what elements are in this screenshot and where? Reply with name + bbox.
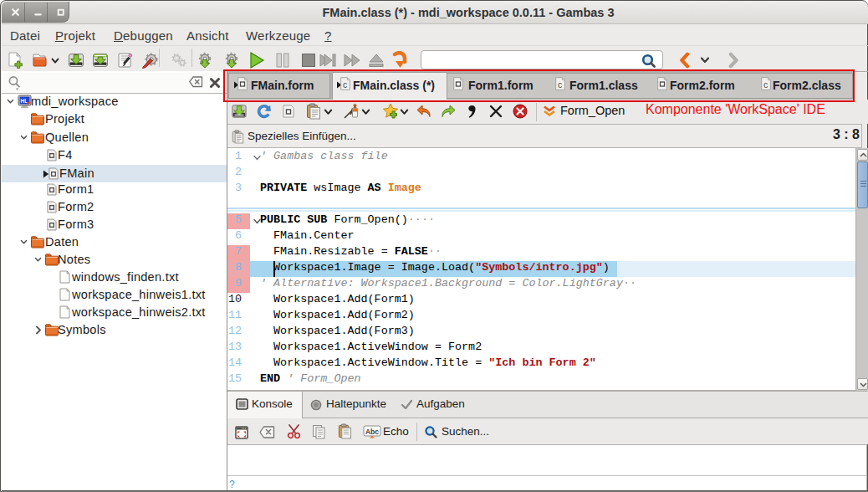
svg-text:Abc: Abc — [365, 428, 379, 436]
svg-text:HL: HL — [20, 98, 28, 104]
